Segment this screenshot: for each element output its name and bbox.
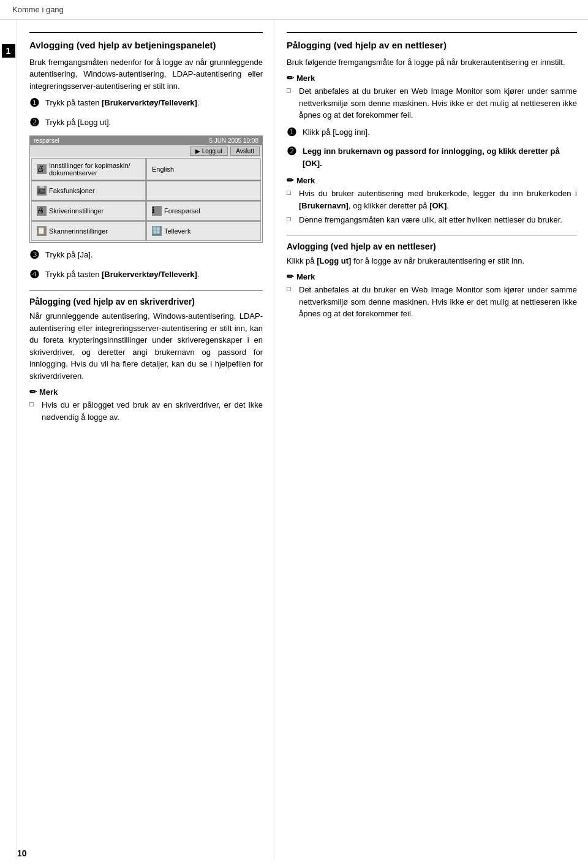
merk-label-nettleser2: Merk [296, 176, 315, 185]
right-column: Pålogging (ved hjelp av en nettleser) Br… [274, 20, 588, 859]
step-number-4: ❹ [29, 268, 43, 282]
logg-ut-bold: [Logg ut] [317, 256, 351, 265]
merk-section-avlogging: ✏ Merk □ Det anbefales at du bruker en W… [287, 272, 577, 320]
merk-item-nettleser2b: □ Denne fremgangsmåten kan være ulik, al… [287, 214, 577, 226]
merk-bullet-driver: □ [29, 399, 39, 409]
ui-cell-faks: Faksfunksjoner [31, 181, 146, 200]
breadcrumb: Komme i gang [12, 5, 64, 14]
ui-cell-skriver: Skriverinnstillinger [31, 201, 146, 221]
right-step-content-2: Legg inn brukernavn og passord for innlo… [303, 145, 577, 169]
section-divider-top [29, 32, 263, 33]
num-icon [152, 226, 162, 236]
left-column: Avlogging (ved hjelp av betjeningspanele… [17, 20, 274, 859]
step-content-2: Trykk på [Logg ut]. [45, 116, 263, 129]
ui-cell-label-english: English [152, 166, 174, 173]
right-divider-top [287, 32, 577, 33]
printer-icon [37, 164, 47, 174]
step-number-2: ❷ [29, 116, 43, 130]
merk-icon-driver: ✏ [29, 387, 37, 397]
ui-grid: Innstillinger for kopimaskin/dokumentser… [31, 158, 261, 241]
right-step-number-2: ❷ [287, 145, 300, 159]
merk-bold-ok: [OK] [429, 201, 447, 210]
avslutt-button[interactable]: Avslutt [230, 147, 260, 156]
ui-cell-telleverk: Telleverk [146, 221, 261, 241]
merk-text-nettleser2a: Hvis du bruker autentisering med brukerk… [299, 188, 577, 211]
ui-cell-label-skriver: Skriverinnstillinger [49, 207, 104, 215]
step-1: ❶ Trykk på tasten [Brukerverktøy/Tel­lev… [29, 97, 263, 110]
right-step2-bold: Legg inn brukernavn og passord for innlo… [303, 147, 560, 168]
chapter-number: 1 [2, 44, 15, 58]
right-step-2: ❷ Legg inn brukernavn og passord for inn… [287, 145, 577, 169]
merk-icon-nettleser1: ✏ [287, 73, 294, 83]
step-number-1: ❶ [29, 97, 43, 110]
ui-cell-empty [146, 181, 261, 200]
section-intro: Bruk fremgangsmåten nedenfor for å logge… [29, 56, 263, 93]
ui-cell-label-foresporsel: Forespørsel [164, 207, 200, 215]
step-content-1: Trykk på tasten [Brukerverktøy/Tel­lever… [45, 97, 263, 109]
merk-item-avlogging: □ Det anbefales at du bruker en Web Imag… [287, 284, 577, 320]
scan-icon [37, 226, 47, 236]
merk-section-nettleser1: ✏ Merk □ Det anbefales at du bruker en W… [287, 73, 577, 121]
ui-toolbar: Logg ut Avslutt [30, 145, 262, 157]
merk-title-avlogging: ✏ Merk [287, 272, 577, 281]
merk-bold-brukernavn: [Brukernavn] [299, 201, 349, 210]
section-palogging-nettleser: Pålogging (ved hjelp av en nettleser) Br… [287, 32, 577, 226]
merk-label-nettleser1: Merk [296, 74, 315, 83]
step-number-3: ❸ [29, 249, 43, 262]
ui-cell-english: English [146, 158, 261, 180]
logg-ut-button[interactable]: Logg ut [190, 147, 228, 156]
merk-bullet-nettleser2b: □ [287, 214, 296, 224]
merk-text-avlogging: Det anbefales at du bruker en Web Image … [299, 284, 577, 320]
merk-text-nettleser1: Det anbefales at du bruker en Web Image … [299, 85, 577, 121]
right-section2-intro: Klikk på [Logg ut] for å logge av når br… [287, 255, 577, 267]
merk-bullet-nettleser1: □ [287, 85, 296, 96]
fax-icon [37, 186, 47, 196]
merk-item-nettleser2a: □ Hvis du bruker autentisering med bruke… [287, 188, 577, 211]
merk-section-driver: ✏ Merk □ Hvis du er pålogget ved bruk av… [29, 387, 263, 423]
merk-title-nettleser1: ✏ Merk [287, 73, 577, 83]
step-content-3: Trykk på [Ja]. [45, 249, 263, 261]
ui-cell-label-faks: Faksfunksjoner [49, 187, 95, 194]
right-divider-2 [287, 235, 577, 235]
right-step-1: ❶ Klikk på [Logg inn]. [287, 126, 577, 140]
ui-cell-label-telleverk: Telleverk [164, 227, 190, 235]
ui-date: 5 JUN 2005 10:08 [209, 137, 258, 144]
section-avlogging-betjening: Avlogging (ved hjelp av betjeningspanele… [29, 32, 263, 281]
ui-cell-skanner: Skannerinnstillinger [31, 221, 146, 241]
step-content-4: Trykk på tasten [Brukerverktøy/Tel­lever… [45, 268, 263, 281]
right-step-number-1: ❶ [287, 126, 300, 140]
merk-title-driver: ✏ Merk [29, 387, 263, 397]
section-divider-2 [29, 290, 263, 291]
merk-section-nettleser2: ✏ Merk □ Hvis du bruker autentisering me… [287, 175, 577, 226]
merk-text-nettleser2b: Denne fremgangsmåten kan være ulik, alt … [299, 214, 562, 226]
step-2: ❷ Trykk på [Logg ut]. [29, 116, 263, 130]
ui-titlebar: respørsel 5 JUN 2005 10:08 [30, 136, 262, 145]
merk-bullet-nettleser2a: □ [287, 188, 296, 198]
print-icon [37, 206, 47, 216]
ui-mockup: respørsel 5 JUN 2005 10:08 Logg ut Avslu… [29, 135, 263, 243]
section-title-palogging-nettleser: Pålogging (ved hjelp av en nettleser) [287, 39, 577, 51]
section-title-driver: Pålogging (ved hjelp av en skriverdriver… [29, 297, 263, 306]
merk-item-nettleser1: □ Det anbefales at du bruker en Web Imag… [287, 85, 577, 121]
step-bold-4: [Brukerverktøy/Tel­leverk] [102, 270, 197, 279]
ui-cell-label-kopimaskin: Innstillinger for kopimaskin/dokumentser… [49, 162, 130, 177]
right-step-content-1: Klikk på [Logg inn]. [303, 126, 577, 139]
step-3: ❸ Trykk på [Ja]. [29, 249, 263, 262]
right-section1-intro: Bruk følgende fremgangsmåte for å logge … [287, 56, 577, 69]
section-palogging-driver: Pålogging (ved hjelp av en skriverdriver… [29, 297, 263, 423]
merk-title-nettleser2: ✏ Merk [287, 175, 577, 185]
merk-item-driver: □ Hvis du er pålogget ved bruk av en skr… [29, 399, 263, 423]
merk-text-driver: Hvis du er pålogget ved bruk av en skriv… [42, 399, 263, 423]
section-driver-intro: Når grunnleggende autentisering, Windows… [29, 310, 263, 382]
ui-title: respørsel [34, 137, 59, 144]
ui-cell-label-skanner: Skannerinnstillinger [49, 227, 108, 235]
page-number: 10 [17, 848, 27, 858]
page-header: Komme i gang [0, 0, 588, 20]
section-avlogging-nettleser: Avlogging (ved hjelp av en nettleser) Kl… [287, 242, 577, 320]
info-icon [152, 206, 162, 216]
merk-icon-nettleser2: ✏ [287, 175, 294, 185]
merk-icon-avlogging: ✏ [287, 272, 294, 281]
step-bold-1: [Brukerverktøy/Tel­leverk] [99, 98, 197, 107]
section-title-avlogging-nettleser: Avlogging (ved hjelp av en nettleser) [287, 242, 577, 251]
section-title-avlogging: Avlogging (ved hjelp av betjeningspanele… [29, 39, 263, 51]
